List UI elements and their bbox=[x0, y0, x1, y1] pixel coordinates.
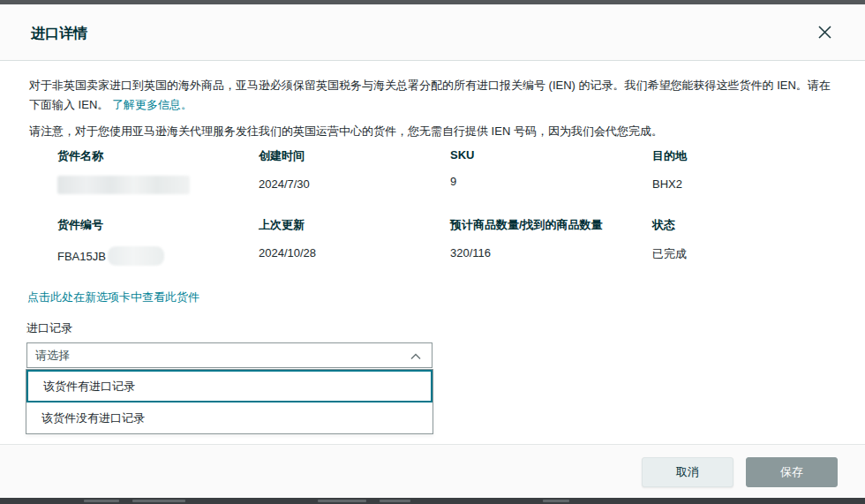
field-label: 货件名称 bbox=[57, 148, 259, 164]
close-button[interactable] bbox=[813, 22, 836, 45]
background-text-fragment bbox=[380, 500, 410, 502]
note-paragraph: 请注意，对于您使用亚马逊海关代理服务发往我们的英国运营中心的货件，您无需自行提供… bbox=[29, 122, 836, 141]
field-value: 2024/10/28 bbox=[259, 246, 450, 260]
intro-paragraph: 对于非英国卖家进口到英国的海外商品，亚马逊必须保留英国税务与海关总署分配的所有进… bbox=[29, 76, 836, 115]
modal-header: 进口详情 bbox=[0, 4, 865, 61]
close-icon bbox=[817, 25, 832, 42]
field-label: 上次更新 bbox=[259, 217, 450, 233]
save-button[interactable]: 保存 bbox=[746, 457, 838, 487]
field-status: 状态 已完成 bbox=[652, 217, 834, 266]
field-label: SKU bbox=[450, 148, 652, 162]
field-expected-found-qty: 预计商品数量/找到的商品数量 320/116 bbox=[450, 217, 652, 266]
field-destination: 目的地 BHX2 bbox=[652, 148, 834, 194]
field-value: FBA15JB bbox=[57, 246, 259, 266]
modal-footer: 取消 保存 bbox=[0, 444, 865, 499]
field-value bbox=[57, 177, 259, 194]
field-value: BHX2 bbox=[652, 177, 834, 191]
details-row-1: 货件名称 创建时间 2024/7/30 SKU 9 目的地 BHX2 bbox=[57, 148, 834, 194]
field-sku: SKU 9 bbox=[450, 148, 652, 194]
import-record-options: 该货件有进口记录 该货件没有进口记录 bbox=[26, 369, 433, 434]
shipment-id-prefix: FBA15JB bbox=[57, 250, 106, 263]
cancel-button[interactable]: 取消 bbox=[642, 457, 733, 487]
field-label: 创建时间 bbox=[259, 148, 450, 164]
option-no-import-record[interactable]: 该货件没有进口记录 bbox=[26, 402, 432, 433]
background-text-fragment bbox=[543, 500, 569, 502]
field-label: 状态 bbox=[652, 217, 834, 233]
import-record-label: 进口记录 bbox=[26, 320, 72, 336]
background-text-fragment bbox=[318, 500, 366, 502]
background-text-fragment bbox=[84, 500, 119, 502]
import-details-modal: 进口详情 对于非英国卖家进口到英国的海外商品，亚马逊必须保留英国税务与海关总署分… bbox=[0, 0, 865, 504]
field-label: 预计商品数量/找到的商品数量 bbox=[450, 217, 652, 233]
background-page-bottom-strip bbox=[0, 498, 865, 504]
modal-title: 进口详情 bbox=[31, 25, 87, 43]
field-shipment-id: 货件编号 FBA15JB bbox=[57, 217, 259, 266]
background-text-fragment bbox=[132, 500, 185, 502]
field-created-date: 创建时间 2024/7/30 bbox=[259, 148, 450, 194]
field-shipment-name: 货件名称 bbox=[57, 148, 259, 194]
field-value: 9 bbox=[450, 175, 652, 188]
view-shipment-link[interactable]: 点击此处在新选项卡中查看此货件 bbox=[27, 290, 199, 305]
field-value: 2024/7/30 bbox=[259, 177, 450, 191]
field-label: 货件编号 bbox=[57, 217, 259, 233]
field-value: 320/116 bbox=[450, 246, 652, 260]
select-placeholder: 请选择 bbox=[35, 348, 410, 364]
learn-more-link[interactable]: 了解更多信息。 bbox=[112, 98, 192, 111]
redacted-shipment-id-suffix bbox=[108, 246, 164, 266]
import-record-select[interactable]: 请选择 bbox=[26, 342, 432, 368]
redacted-shipment-name bbox=[57, 176, 190, 194]
status-value: 已完成 bbox=[652, 246, 834, 262]
field-last-updated: 上次更新 2024/10/28 bbox=[259, 217, 450, 266]
chevron-up-icon bbox=[410, 348, 421, 364]
details-row-2: 货件编号 FBA15JB 上次更新 2024/10/28 预计商品数量/找到的商… bbox=[57, 217, 834, 266]
option-has-import-record[interactable]: 该货件有进口记录 bbox=[26, 370, 432, 402]
field-label: 目的地 bbox=[652, 148, 834, 164]
